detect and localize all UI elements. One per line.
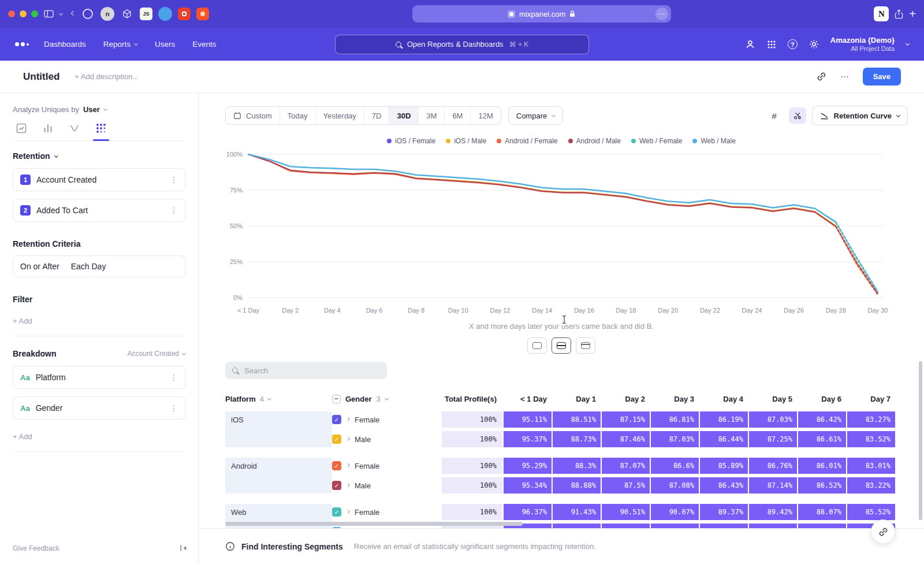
legend-item[interactable]: Android / Male [568, 137, 621, 145]
table-search[interactable] [225, 362, 387, 379]
logo-extension-icon[interactable] [178, 8, 191, 20]
date-range-3m[interactable]: 3M [418, 107, 444, 124]
platform-label-cell[interactable]: iOS [225, 411, 332, 447]
date-range-30d[interactable]: 30D [389, 107, 418, 124]
project-switcher[interactable]: Amazonia {Demo} All Project Data [830, 36, 895, 53]
retention-value-cell[interactable]: 83.52% [847, 431, 895, 447]
retention-value-cell[interactable]: 87.15% [602, 411, 650, 428]
day-column-header[interactable]: Day 3 [650, 395, 699, 403]
chevron-right-icon[interactable] [346, 417, 350, 421]
row-checkbox[interactable]: ✓ [332, 415, 341, 424]
zoom-button[interactable] [31, 10, 38, 17]
retention-value-cell[interactable]: 86.81% [651, 411, 699, 428]
kebab-menu-icon[interactable]: ⋮ [170, 403, 178, 413]
retention-value-cell[interactable]: 85.89% [700, 458, 748, 474]
breakdown-context-dropdown[interactable]: Account Created [128, 350, 185, 358]
chevron-right-icon[interactable] [346, 483, 350, 487]
profiles-icon[interactable] [745, 39, 755, 50]
split-view-button[interactable] [552, 337, 571, 354]
retention-value-cell[interactable]: 87.46% [602, 431, 650, 447]
day-column-header[interactable]: Day 4 [699, 395, 748, 403]
save-button[interactable]: Save [863, 68, 901, 86]
media-extension-icon[interactable] [196, 8, 209, 20]
report-title[interactable]: Untitled [23, 71, 59, 83]
nav-item-users[interactable]: Users [155, 40, 175, 49]
kebab-menu-icon[interactable]: ⋮ [170, 175, 178, 184]
url-more-icon[interactable]: ⋯ [655, 8, 668, 20]
vertical-scrollbar[interactable] [919, 361, 922, 520]
breakdown-property-name[interactable]: Platform [36, 373, 66, 382]
apps-grid-icon[interactable] [767, 40, 776, 49]
copy-link-icon[interactable] [817, 72, 826, 81]
retention-value-cell[interactable]: 95.34% [504, 477, 552, 494]
retention-value-cell[interactable]: 96.37% [504, 504, 552, 520]
chart-type-dropdown[interactable]: Retention Curve [812, 106, 908, 125]
retention-value-cell[interactable]: 87.14% [749, 477, 797, 494]
criteria-on-or-after[interactable]: On or After [20, 262, 59, 271]
day-column-header[interactable]: Day 1 [552, 395, 601, 403]
retention-value-cell[interactable]: 86.01% [798, 458, 846, 474]
nav-item-events[interactable]: Events [192, 40, 216, 49]
legend-item[interactable]: Web / Male [692, 137, 735, 145]
share-link-button[interactable] [871, 520, 895, 544]
legend-item[interactable]: Web / Female [631, 137, 682, 145]
compare-button[interactable]: Compare [508, 106, 563, 125]
notion-icon[interactable]: N [874, 6, 889, 21]
day-column-header[interactable]: Day 7 [846, 395, 895, 403]
day-column-header[interactable]: Day 6 [797, 395, 846, 403]
retention-value-cell[interactable]: 86.61% [798, 431, 846, 447]
row-checkbox[interactable]: ✓ [332, 507, 341, 517]
step-card-a[interactable]: 1 Account Created ⋮ [13, 168, 185, 191]
row-checkbox[interactable]: ✓ [332, 435, 341, 444]
step-card-b[interactable]: 2 Added To Cart ⋮ [13, 199, 185, 222]
series-line[interactable] [836, 222, 878, 291]
retention-value-cell[interactable]: 87.03% [749, 411, 797, 428]
chevron-right-icon[interactable] [346, 463, 350, 467]
retention-value-cell[interactable]: 86.42% [798, 411, 846, 428]
legend-item[interactable]: Android / Female [497, 137, 557, 145]
step-event-name[interactable]: Account Created [36, 175, 96, 184]
retention-value-cell[interactable]: 88.3% [553, 458, 601, 474]
retention-value-cell[interactable]: 86.76% [749, 458, 797, 474]
help-icon[interactable]: ? [788, 39, 798, 49]
table-search-input[interactable] [243, 366, 380, 376]
chevron-right-icon[interactable] [346, 509, 350, 513]
total-profiles-column-header[interactable]: Total Profile(s) [442, 395, 502, 403]
step-event-name[interactable]: Added To Cart [36, 206, 88, 215]
retention-value-cell[interactable]: 87.07% [602, 458, 650, 474]
retention-value-cell[interactable]: 87.5% [602, 477, 650, 494]
series-line[interactable] [248, 154, 836, 222]
nav-item-reports[interactable]: Reports [103, 40, 137, 49]
retention-value-cell[interactable]: 88.07% [798, 504, 846, 520]
date-range-12m[interactable]: 12M [470, 107, 500, 124]
analyze-by-value[interactable]: User [83, 105, 100, 114]
retention-value-cell[interactable]: 86.52% [798, 477, 846, 494]
blue-extension-icon[interactable] [158, 7, 172, 21]
breakdown-add-button[interactable]: + Add [13, 432, 185, 441]
retention-value-cell[interactable]: 95.37% [504, 431, 552, 447]
legend-item[interactable]: iOS / Female [387, 137, 435, 145]
retention-value-cell[interactable]: 89.37% [700, 504, 748, 520]
retention-value-cell[interactable]: 87.03% [651, 431, 699, 447]
retention-value-cell[interactable] [602, 524, 650, 528]
retention-value-cell[interactable]: 86.6% [651, 458, 699, 474]
chart-only-view-button[interactable] [527, 337, 547, 354]
date-range-yesterday[interactable]: Yesterday [315, 107, 364, 124]
breakdown-property-name[interactable]: Gender [36, 403, 63, 413]
share-icon[interactable] [895, 9, 903, 19]
gridlines-icon[interactable]: # [766, 107, 783, 124]
funnels-tab-icon[interactable] [43, 123, 53, 133]
chevron-down-icon[interactable] [59, 11, 63, 15]
minimize-button[interactable] [20, 10, 27, 17]
kebab-menu-icon[interactable]: ⋮ [170, 206, 178, 215]
retention-value-cell[interactable] [651, 524, 699, 528]
platform-column-header[interactable]: Platform 4 [225, 395, 332, 403]
retention-value-cell[interactable]: 95.29% [504, 458, 552, 474]
sidebar-toggle-icon[interactable] [44, 10, 54, 18]
url-bar[interactable]: mixpanel.com ⋯ [412, 5, 671, 23]
horizontal-scrollbar[interactable] [225, 522, 523, 526]
row-checkbox[interactable]: ✓ [332, 461, 341, 470]
gender-column-header[interactable]: Gender 3 [332, 395, 442, 403]
day-column-header[interactable]: Day 2 [601, 395, 650, 403]
select-all-checkbox[interactable] [332, 395, 341, 403]
